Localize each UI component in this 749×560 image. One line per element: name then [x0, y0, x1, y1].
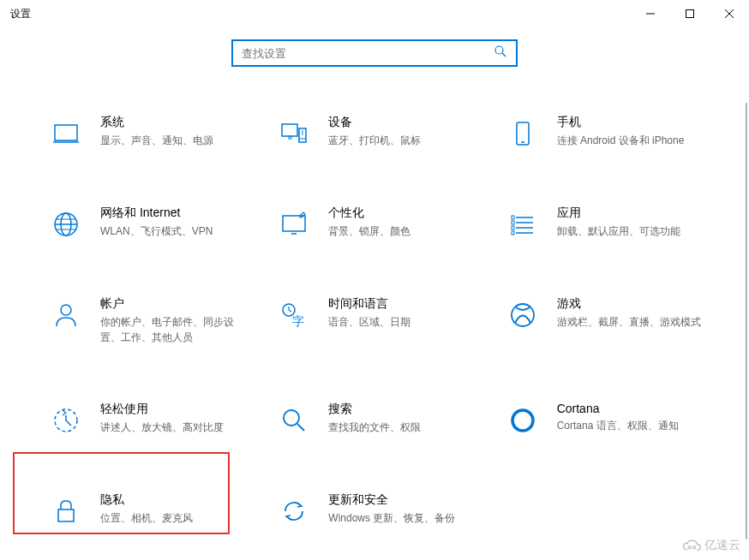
search-icon [279, 405, 309, 436]
tile-text: 轻松使用 讲述人、放大镜、高对比度 [100, 402, 224, 435]
svg-line-5 [502, 53, 506, 57]
svg-point-39 [284, 410, 299, 426]
lock-icon [51, 496, 81, 527]
tile-title: 更新和安全 [328, 492, 455, 508]
tile-text: 帐户 你的帐户、电子邮件、同步设置、工作、其他人员 [100, 296, 246, 345]
update-icon [279, 496, 309, 527]
tile-time-language[interactable]: 字 时间和语言 语音、区域、日期 [275, 293, 494, 349]
svg-rect-8 [282, 124, 297, 136]
svg-point-4 [495, 46, 503, 54]
tile-text: Cortana Cortana 语言、权限、通知 [557, 402, 679, 433]
svg-rect-22 [283, 216, 305, 231]
tile-text: 系统 显示、声音、通知、电源 [100, 115, 213, 148]
svg-line-35 [289, 310, 291, 312]
svg-point-32 [61, 305, 71, 315]
content-scroll[interactable]: 系统 显示、声音、通知、电源 设备 蓝牙、打印机、鼠标 手机 连接 Androi… [0, 103, 749, 560]
tile-subtitle: Cortana 语言、权限、通知 [557, 418, 679, 433]
vertical-scrollbar[interactable] [744, 103, 749, 560]
tile-subtitle: WLAN、飞行模式、VPN [100, 223, 213, 239]
tile-subtitle: 蓝牙、打印机、鼠标 [328, 133, 421, 148]
phone-icon [507, 118, 538, 149]
system-icon [51, 118, 81, 149]
window-controls [631, 0, 749, 27]
svg-rect-6 [55, 125, 77, 140]
tile-text: 游戏 游戏栏、截屏、直播、游戏模式 [557, 296, 701, 330]
svg-rect-31 [512, 231, 514, 235]
tile-text: 个性化 背景、锁屏、颜色 [328, 206, 410, 239]
svg-rect-10 [299, 128, 306, 142]
globe-icon [51, 209, 81, 240]
tile-ease-of-access[interactable]: 轻松使用 讲述人、放大镜、高对比度 [47, 398, 267, 439]
tile-subtitle: 背景、锁屏、颜色 [328, 223, 410, 239]
svg-rect-1 [686, 10, 694, 18]
tile-phone[interactable]: 手机 连接 Android 设备和 iPhone [504, 111, 723, 152]
tile-gaming[interactable]: 游戏 游戏栏、截屏、直播、游戏模式 [504, 293, 723, 349]
person-icon [51, 300, 81, 331]
tile-devices[interactable]: 设备 蓝牙、打印机、鼠标 [275, 111, 494, 152]
devices-icon [279, 118, 309, 149]
tile-title: 搜索 [328, 402, 421, 417]
close-button[interactable] [710, 0, 749, 27]
maximize-button[interactable] [670, 0, 710, 27]
tile-title: 手机 [557, 115, 685, 130]
tile-text: 时间和语言 语音、区域、日期 [328, 296, 410, 330]
svg-rect-42 [58, 509, 74, 521]
svg-rect-28 [512, 216, 514, 219]
time-language-icon: 字 [279, 300, 309, 331]
search-icon [494, 45, 507, 62]
tile-subtitle: 卸载、默认应用、可选功能 [557, 223, 680, 239]
search-input[interactable] [242, 47, 494, 60]
svg-rect-15 [517, 122, 529, 145]
tile-text: 手机 连接 Android 设备和 iPhone [557, 115, 685, 148]
titlebar: 设置 [0, 0, 749, 27]
tile-text: 更新和安全 Windows 更新、恢复、备份 [328, 492, 455, 526]
tile-subtitle: 讲述人、放大镜、高对比度 [100, 420, 224, 435]
tile-title: 时间和语言 [328, 296, 410, 312]
tile-title: 帐户 [100, 296, 246, 312]
tile-privacy[interactable]: 隐私 位置、相机、麦克风 [47, 489, 267, 530]
tile-title: 游戏 [557, 296, 701, 312]
settings-grid: 系统 显示、声音、通知、电源 设备 蓝牙、打印机、鼠标 手机 连接 Androi… [0, 103, 749, 556]
tile-text: 应用 卸载、默认应用、可选功能 [557, 206, 680, 239]
xbox-icon [507, 300, 538, 331]
tile-cortana[interactable]: Cortana Cortana 语言、权限、通知 [504, 398, 723, 439]
svg-point-43 [688, 546, 691, 549]
tile-title: Cortana [557, 402, 679, 415]
tile-subtitle: 语音、区域、日期 [328, 314, 410, 330]
tile-search[interactable]: 搜索 查找我的文件、权限 [275, 398, 494, 439]
svg-point-44 [693, 546, 696, 549]
tile-subtitle: 位置、相机、麦克风 [100, 510, 193, 526]
search-box[interactable] [231, 39, 518, 67]
tile-subtitle: Windows 更新、恢复、备份 [328, 510, 455, 526]
tile-accounts[interactable]: 帐户 你的帐户、电子邮件、同步设置、工作、其他人员 [47, 293, 267, 349]
scrollbar-thumb[interactable] [746, 103, 747, 539]
tile-apps[interactable]: 应用 卸载、默认应用、可选功能 [504, 202, 723, 243]
personalization-icon [279, 209, 309, 240]
tile-subtitle: 连接 Android 设备和 iPhone [557, 133, 685, 148]
tile-system[interactable]: 系统 显示、声音、通知、电源 [47, 111, 267, 152]
svg-rect-30 [512, 226, 514, 229]
tile-network[interactable]: 网络和 Internet WLAN、飞行模式、VPN [47, 202, 267, 243]
tile-personalization[interactable]: 个性化 背景、锁屏、颜色 [275, 202, 494, 243]
tile-title: 网络和 Internet [100, 206, 213, 221]
tile-text: 网络和 Internet WLAN、飞行模式、VPN [100, 206, 213, 239]
tile-title: 个性化 [328, 206, 410, 221]
tile-title: 轻松使用 [100, 402, 224, 417]
svg-text:字: 字 [292, 314, 304, 328]
tile-text: 隐私 位置、相机、麦克风 [100, 492, 193, 526]
search-container [0, 27, 749, 101]
svg-line-40 [297, 424, 304, 431]
tile-subtitle: 查找我的文件、权限 [328, 420, 421, 435]
window-title: 设置 [10, 7, 31, 21]
tile-update-security[interactable]: 更新和安全 Windows 更新、恢复、备份 [275, 489, 494, 530]
watermark: 亿速云 [682, 538, 740, 553]
cortana-icon [507, 405, 538, 436]
tile-subtitle: 你的帐户、电子邮件、同步设置、工作、其他人员 [100, 314, 246, 345]
tile-title: 系统 [100, 115, 213, 130]
tile-title: 设备 [328, 115, 421, 130]
tile-title: 应用 [557, 206, 680, 221]
minimize-button[interactable] [631, 0, 670, 27]
tile-subtitle: 显示、声音、通知、电源 [100, 133, 213, 148]
tile-text: 设备 蓝牙、打印机、鼠标 [328, 115, 421, 148]
svg-rect-29 [512, 221, 514, 224]
